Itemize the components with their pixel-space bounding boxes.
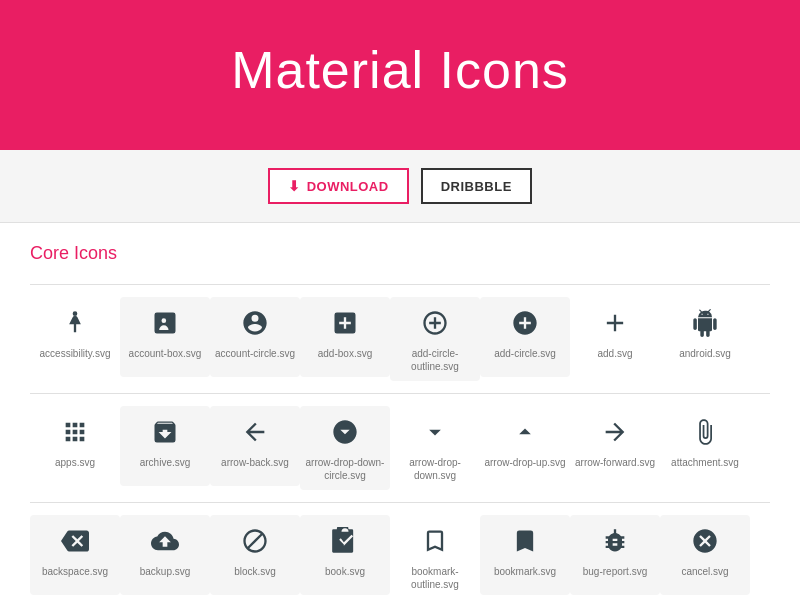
add-label: add.svg [597,347,632,360]
android-label: android.svg [679,347,731,360]
icon-cell-add-circle: add-circle.svg [480,297,570,377]
add-box-icon [331,305,359,341]
accessibility-label: accessibility.svg [40,347,111,360]
icon-cell-apps: apps.svg [30,406,120,486]
page-title: Material Icons [20,40,780,100]
icon-cell-attachment: attachment.svg [660,406,750,486]
icon-row-2: apps.svg archive.svg arrow-back.svg arro… [30,393,770,502]
bookmark-label: bookmark.svg [494,565,556,578]
icon-cell-arrow-forward: arrow-forward.svg [570,406,660,486]
bug-report-icon [601,523,629,559]
cancel-icon [691,523,719,559]
dribbble-label: DRIBBBLE [441,179,512,194]
archive-icon [151,414,179,450]
section-title: Core Icons [30,243,770,264]
icon-row-1: accessibility.svg account-box.svg accoun… [30,284,770,393]
apps-label: apps.svg [55,456,95,469]
book-icon [331,523,359,559]
backspace-icon [61,523,89,559]
icon-cell-book: book.svg [300,515,390,595]
cancel-label: cancel.svg [681,565,728,578]
icon-cell-arrow-drop-down-circle: arrow-drop-down-circle.svg [300,406,390,490]
arrow-drop-up-icon [511,414,539,450]
icon-cell-add: add.svg [570,297,660,377]
account-circle-label: account-circle.svg [215,347,295,360]
add-circle-label: add-circle.svg [494,347,556,360]
account-box-icon [151,305,179,341]
icon-cell-bug-report: bug-report.svg [570,515,660,595]
page-header: Material Icons [0,0,800,150]
block-label: block.svg [234,565,276,578]
icon-cell-bookmark-outline: bookmark-outline.svg [390,515,480,599]
add-icon [601,305,629,341]
icon-cell-backspace: backspace.svg [30,515,120,595]
android-icon [691,305,719,341]
accessibility-icon [61,305,89,341]
backup-icon [151,523,179,559]
icon-cell-account-circle: account-circle.svg [210,297,300,377]
arrow-drop-down-label: arrow-drop-down.svg [394,456,476,482]
account-box-label: account-box.svg [129,347,202,360]
download-icon: ⬇ [288,178,301,194]
icon-cell-arrow-drop-up: arrow-drop-up.svg [480,406,570,486]
icon-cell-add-circle-outline: add-circle-outline.svg [390,297,480,381]
icon-cell-bookmark: bookmark.svg [480,515,570,595]
arrow-drop-down-circle-label: arrow-drop-down-circle.svg [304,456,386,482]
icon-cell-block: block.svg [210,515,300,595]
icon-cell-add-box: add-box.svg [300,297,390,377]
arrow-forward-icon [601,414,629,450]
attachment-icon [691,414,719,450]
bug-report-label: bug-report.svg [583,565,647,578]
add-box-label: add-box.svg [318,347,372,360]
icon-cell-arrow-back: arrow-back.svg [210,406,300,486]
add-circle-outline-icon [421,305,449,341]
apps-icon [61,414,89,450]
arrow-drop-down-circle-icon [331,414,359,450]
bookmark-icon [511,523,539,559]
icon-cell-cancel: cancel.svg [660,515,750,595]
icon-row-3: backspace.svg backup.svg block.svg book.… [30,502,770,600]
book-label: book.svg [325,565,365,578]
add-circle-icon [511,305,539,341]
arrow-back-label: arrow-back.svg [221,456,289,469]
icon-cell-android: android.svg [660,297,750,377]
main-content: Core Icons accessibility.svg account-box… [0,223,800,600]
bookmark-outline-label: bookmark-outline.svg [394,565,476,591]
download-button[interactable]: ⬇ DOWNLOAD [268,168,409,204]
icon-cell-backup: backup.svg [120,515,210,595]
add-circle-outline-label: add-circle-outline.svg [394,347,476,373]
download-label: DOWNLOAD [307,179,389,194]
archive-label: archive.svg [140,456,191,469]
action-buttons-bar: ⬇ DOWNLOAD DRIBBBLE [0,150,800,223]
icon-cell-archive: archive.svg [120,406,210,486]
arrow-drop-down-icon [421,414,449,450]
block-icon [241,523,269,559]
account-circle-icon [241,305,269,341]
icon-cell-account-box: account-box.svg [120,297,210,377]
bookmark-outline-icon [421,523,449,559]
arrow-forward-label: arrow-forward.svg [575,456,655,469]
icon-cell-accessibility: accessibility.svg [30,297,120,377]
arrow-drop-up-label: arrow-drop-up.svg [484,456,565,469]
arrow-back-icon [241,414,269,450]
backspace-label: backspace.svg [42,565,108,578]
backup-label: backup.svg [140,565,191,578]
icon-cell-arrow-drop-down: arrow-drop-down.svg [390,406,480,490]
attachment-label: attachment.svg [671,456,739,469]
dribbble-button[interactable]: DRIBBBLE [421,168,532,204]
